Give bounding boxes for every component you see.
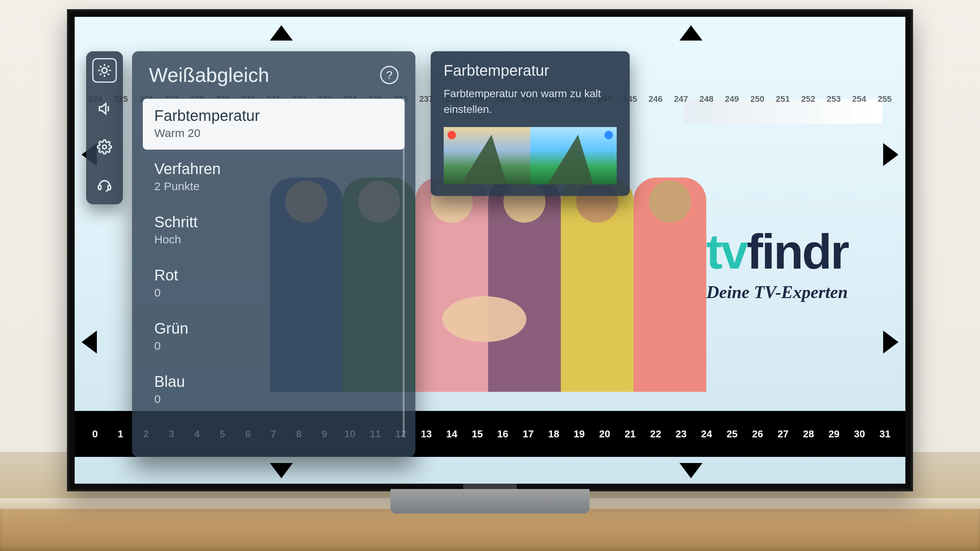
scale-top-value: 253 — [825, 94, 843, 104]
panel-item-value: 0 — [154, 339, 393, 352]
thumb-warm — [444, 127, 530, 184]
scale-bottom-value: 29 — [821, 428, 847, 440]
panel-item-label: Rot — [154, 267, 393, 284]
panel-item-schritt[interactable]: SchrittHoch — [143, 205, 405, 256]
panel-item-value: Warm 20 — [154, 127, 393, 140]
scale-top-value: 246 — [646, 94, 665, 104]
scale-bottom-value: 0 — [82, 428, 108, 440]
cal-arrow-up-left — [270, 25, 293, 41]
panel-body: FarbtemperaturWarm 20Verfahren2 PunkteSc… — [143, 96, 405, 439]
scale-bottom-value: 31 — [872, 428, 898, 440]
scale-bottom-value: 17 — [516, 428, 541, 440]
logo-findr: findr — [747, 223, 848, 280]
panel-item-value: 0 — [154, 393, 393, 406]
logo-tv: tv — [706, 223, 747, 280]
cal-arrow-left-bottom — [82, 331, 97, 354]
sound-icon[interactable] — [92, 96, 117, 121]
scale-bottom-value: 21 — [617, 428, 643, 440]
tvfindr-logo: tv findr Deine TV-Experten — [706, 223, 848, 302]
scale-top-value: 250 — [748, 94, 766, 104]
scale-bottom-value: 30 — [847, 428, 872, 440]
scale-bottom-value: 14 — [439, 428, 465, 440]
scale-bottom-value: 22 — [643, 428, 668, 440]
panel-item-value: 0 — [154, 286, 393, 299]
scale-bottom-value: 24 — [694, 428, 720, 440]
info-description: Farbtemperatur von warm zu kalt einstell… — [444, 86, 617, 117]
info-title: Farbtemperatur — [444, 62, 617, 79]
panel-item-farbtemperatur[interactable]: FarbtemperaturWarm 20 — [143, 99, 405, 150]
panel-item-label: Verfahren — [154, 160, 393, 178]
scale-top-value: 254 — [850, 94, 868, 104]
panel-item-label: Grün — [154, 320, 393, 337]
scale-bottom-value: 25 — [719, 428, 745, 440]
svg-point-1 — [103, 145, 106, 149]
support-icon[interactable] — [92, 173, 117, 197]
help-button[interactable]: ? — [380, 66, 399, 84]
info-thumbnails — [444, 127, 617, 184]
settings-icon[interactable] — [92, 135, 117, 159]
svg-point-0 — [102, 68, 107, 73]
cal-arrow-right-bottom — [883, 331, 898, 354]
scale-bottom-value: 19 — [567, 428, 592, 440]
thumb-cool — [530, 127, 617, 184]
scale-bottom-value: 26 — [745, 428, 771, 440]
scale-bottom-value: 23 — [668, 428, 694, 440]
scale-bottom-value: 27 — [770, 428, 796, 440]
scale-bottom-value: 1 — [108, 428, 134, 440]
scale-bottom-value: 28 — [796, 428, 822, 440]
picture-icon[interactable] — [92, 58, 117, 83]
panel-item-grün[interactable]: Grün0 — [143, 311, 405, 362]
panel-item-value: 2 Punkte — [154, 180, 393, 193]
tv-frame: 2242252262272282292302312322332342352362… — [67, 9, 913, 491]
panel-item-label: Schritt — [154, 214, 393, 231]
cal-arrow-right-top — [883, 143, 898, 166]
info-popover: Farbtemperatur Farbtemperatur von warm z… — [431, 51, 630, 196]
hands-stack — [442, 296, 526, 342]
scale-top-value: 248 — [697, 94, 715, 104]
scale-bottom-value: 16 — [490, 428, 516, 440]
panel-item-blau[interactable]: Blau0 — [143, 365, 405, 416]
panel-item-label: Farbtemperatur — [154, 107, 393, 124]
scale-top-value: 252 — [799, 94, 817, 104]
scale-top-value: 251 — [774, 94, 792, 104]
white-balance-panel: Weißabgleich ? FarbtemperaturWarm 20Verf… — [132, 51, 415, 457]
panel-item-label: Blau — [154, 373, 393, 390]
panel-item-rot[interactable]: Rot0 — [143, 258, 405, 309]
panel-title: Weißabgleich — [149, 64, 269, 86]
cal-arrow-down-right — [679, 463, 702, 478]
scale-top-value: 249 — [723, 94, 741, 104]
svg-rect-2 — [98, 185, 101, 190]
scale-bottom-value: 15 — [464, 428, 490, 440]
logo-tagline: Deine TV-Experten — [706, 282, 848, 302]
scale-bottom-value: 20 — [592, 428, 617, 440]
svg-rect-3 — [108, 185, 111, 190]
scale-bottom-value: 18 — [541, 428, 567, 440]
tv-screen: 2242252262272282292302312322332342352362… — [75, 17, 905, 484]
cal-arrow-up-right — [679, 25, 702, 41]
settings-sidebar — [86, 51, 123, 204]
scale-top-value: 255 — [875, 94, 894, 104]
scale-bottom-value: 13 — [413, 428, 439, 440]
scale-top-value: 247 — [672, 94, 690, 104]
panel-item-value: Hoch — [154, 233, 393, 246]
panel-item-verfahren[interactable]: Verfahren2 Punkte — [143, 152, 405, 203]
cal-arrow-down-left — [270, 463, 293, 478]
